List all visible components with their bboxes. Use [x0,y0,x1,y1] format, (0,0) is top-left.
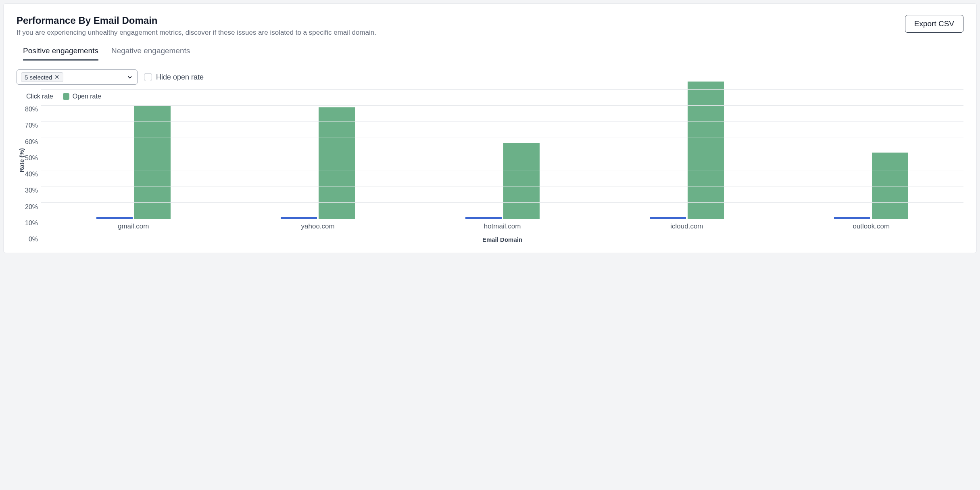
y-tick: 70% [25,122,38,129]
gridline [41,89,963,90]
card-title: Performance By Email Domain [17,15,376,26]
y-tick: 40% [25,171,38,178]
tab-negative-engagements[interactable]: Negative engagements [111,46,190,61]
bar[interactable] [503,143,540,219]
domain-multiselect[interactable]: 5 selected ✕ [17,69,138,85]
selected-count-chip: 5 selected ✕ [21,72,63,82]
y-axis-ticks: 80%70%60%50%40%30%20%10%0% [25,106,41,243]
y-tick: 80% [25,106,38,113]
gridline [41,170,963,170]
bars-container [41,106,963,219]
legend-swatch [63,93,69,100]
legend-label: Click rate [26,93,53,100]
bar[interactable] [834,217,870,219]
x-tick-label: yahoo.com [225,219,410,230]
performance-card: Performance By Email Domain If you are e… [3,3,977,253]
controls-row: 5 selected ✕ Hide open rate [17,69,963,85]
x-tick-label: hotmail.com [410,219,594,230]
tab-positive-engagements[interactable]: Positive engagements [23,46,98,61]
chart: Rate (%) 80%70%60%50%40%30%20%10%0% gmai… [17,106,963,243]
bar-group [594,106,779,219]
bar[interactable] [465,217,502,219]
gridline [41,105,963,106]
card-header: Performance By Email Domain If you are e… [17,15,963,37]
gridline [41,186,963,186]
legend-item-open-rate: Open rate [63,93,101,100]
chip-label: 5 selected [25,74,52,81]
legend-swatch [17,93,23,100]
hide-open-rate-toggle[interactable]: Hide open rate [144,73,204,82]
y-tick: 20% [25,203,38,211]
y-tick: 50% [25,155,38,162]
y-tick: 0% [29,236,38,243]
plot-area [41,106,963,219]
bar[interactable] [134,106,171,219]
x-axis: gmail.comyahoo.comhotmail.comicloud.como… [41,219,963,230]
bar[interactable] [650,217,686,219]
x-axis-title: Email Domain [41,236,963,243]
y-tick: 10% [25,220,38,227]
y-tick: 60% [25,138,38,146]
bar-group [41,106,225,219]
checkbox-icon [144,73,152,81]
x-tick-label: gmail.com [41,219,225,230]
y-tick: 30% [25,187,38,194]
bar[interactable] [688,82,724,219]
clear-selection-icon[interactable]: ✕ [54,73,60,81]
bar-group [779,106,963,219]
card-subtitle: If you are experiencing unhealthy engage… [17,29,376,37]
chart-legend: Click rate Open rate [17,93,963,100]
bar-group [410,106,594,219]
x-tick-label: icloud.com [594,219,779,230]
gridline [41,154,963,154]
x-axis-labels: gmail.comyahoo.comhotmail.comicloud.como… [41,219,963,230]
header-text: Performance By Email Domain If you are e… [17,15,376,37]
hide-open-rate-label: Hide open rate [156,73,204,82]
gridline [41,138,963,138]
legend-item-click-rate: Click rate [17,93,53,100]
gridline [41,202,963,203]
bar-group [225,106,410,219]
export-csv-button[interactable]: Export CSV [905,15,963,33]
legend-label: Open rate [73,93,101,100]
gridline [41,121,963,122]
chevron-down-icon [127,74,133,80]
y-axis-label: Rate (%) [17,148,25,172]
tabs: Positive engagements Negative engagement… [17,46,963,61]
x-tick-label: outlook.com [779,219,963,230]
bar[interactable] [872,153,908,219]
bar[interactable] [96,217,133,219]
bar[interactable] [281,217,317,219]
